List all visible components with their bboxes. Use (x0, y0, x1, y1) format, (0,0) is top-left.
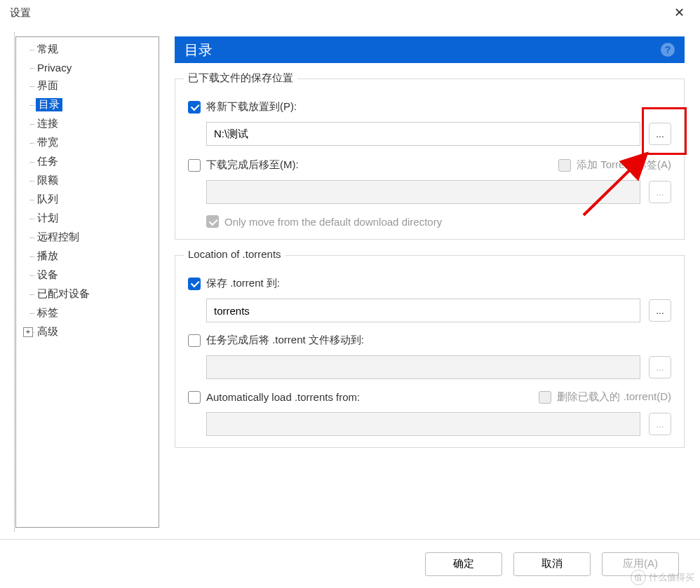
checkbox-autoload-torrent[interactable]: Automatically load .torrents from: (188, 391, 360, 404)
browse-store-torrent-button[interactable]: ... (649, 299, 671, 322)
sidebar-item-interface[interactable]: 界面 (16, 76, 159, 95)
sidebar-tree: 常规 Privacy 界面 目录 连接 带宽 任务 限额 队列 计划 远程控制 … (15, 36, 159, 528)
input-move-torrent-done-path (206, 355, 640, 379)
sidebar-item-general[interactable]: 常规 (16, 40, 159, 59)
sidebar-item-limits[interactable]: 限额 (16, 171, 159, 190)
ok-button[interactable]: 确定 (425, 552, 502, 576)
checkbox-move-torrent-done[interactable]: 任务完成后将 .torrent 文件移动到: (188, 334, 364, 347)
sidebar-item-directories[interactable]: 目录 (16, 95, 159, 114)
checkbox-move-done[interactable]: 下载完成后移至(M): (188, 158, 299, 172)
sidebar-item-paired[interactable]: 已配对设备 (16, 285, 159, 303)
watermark: 值 什么值得买 (631, 570, 694, 585)
sidebar-item-labels[interactable]: 标签 (16, 303, 159, 322)
checkbox-put-new[interactable]: 将新下载放置到(P): (188, 100, 297, 114)
browse-put-new-button[interactable]: ... (649, 123, 671, 145)
close-icon[interactable]: ✕ (668, 4, 690, 22)
sidebar-item-privacy[interactable]: Privacy (16, 59, 159, 76)
dialog-button-bar: 确定 取消 应用(A) (0, 539, 700, 588)
browse-move-torrent-done-button: ... (649, 356, 671, 378)
input-store-torrent-path[interactable] (206, 299, 640, 322)
browse-autoload-button: ... (649, 413, 671, 435)
input-put-new-path[interactable] (206, 122, 640, 146)
sidebar-item-remote[interactable]: 远程控制 (16, 228, 159, 247)
sidebar-item-scheduler[interactable]: 计划 (16, 209, 159, 228)
checkbox-store-torrent[interactable]: 保存 .torrent 到: (188, 277, 280, 290)
expand-icon[interactable]: + (23, 327, 33, 337)
group-downloads-legend: 已下载文件的保存位置 (184, 71, 297, 85)
sidebar-item-bandwidth[interactable]: 带宽 (16, 133, 159, 152)
watermark-badge: 值 (631, 570, 646, 585)
input-autoload-path (206, 412, 640, 436)
sidebar-item-playback[interactable]: 播放 (16, 247, 159, 266)
sidebar-item-devices[interactable]: 设备 (16, 266, 159, 285)
help-icon[interactable]: ? (661, 43, 675, 57)
browse-move-done-button: ... (649, 181, 671, 203)
input-move-done-path (206, 180, 640, 204)
sidebar-item-tasks[interactable]: 任务 (16, 152, 159, 171)
group-downloads: 已下载文件的保存位置 将新下载放置到(P): ... 下载完成后移至(M): (175, 78, 685, 240)
sidebar-item-advanced[interactable]: + 高级 (16, 322, 159, 341)
main-panel: 目录 ? 已下载文件的保存位置 将新下载放置到(P): ... 下载完成后移至(… (175, 36, 685, 528)
checkbox-only-move-default: Only move from the default download dire… (206, 215, 442, 228)
sidebar-item-queue[interactable]: 队列 (16, 190, 159, 209)
checkbox-add-torrent-label: 添加 Torrent 标签(A) (558, 158, 671, 172)
panel-title: 目录 (184, 41, 213, 60)
cancel-button[interactable]: 取消 (513, 552, 591, 576)
window-title: 设置 (10, 6, 31, 20)
watermark-text: 什么值得买 (649, 571, 694, 584)
titlebar: 设置 ✕ (0, 0, 700, 25)
group-torrents-legend: Location of .torrents (184, 248, 285, 260)
group-torrents: Location of .torrents 保存 .torrent 到: ...… (175, 255, 685, 448)
checkbox-delete-loaded: 删除已载入的 .torrent(D) (539, 390, 671, 404)
panel-header: 目录 ? (175, 36, 685, 63)
sidebar-item-connection[interactable]: 连接 (16, 114, 159, 133)
